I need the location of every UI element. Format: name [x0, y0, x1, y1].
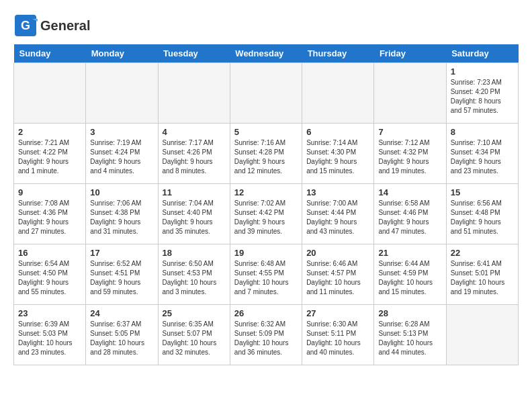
calendar-cell-21: 21Sunrise: 6:44 AM Sunset: 4:59 PM Dayli… [374, 244, 446, 305]
day-of-week-friday: Friday [374, 44, 446, 63]
calendar-cell-3: 3Sunrise: 7:19 AM Sunset: 4:24 PM Daylig… [86, 124, 158, 184]
calendar-cell-empty [302, 63, 374, 124]
day-number: 23 [18, 308, 81, 318]
day-number: 15 [451, 187, 514, 197]
calendar-cell-11: 11Sunrise: 7:04 AM Sunset: 4:40 PM Dayli… [158, 184, 230, 244]
day-info: Sunrise: 6:44 AM Sunset: 4:59 PM Dayligh… [378, 259, 441, 297]
day-info: Sunrise: 6:28 AM Sunset: 5:13 PM Dayligh… [378, 320, 441, 357]
day-info: Sunrise: 7:16 AM Sunset: 4:28 PM Dayligh… [234, 138, 298, 176]
calendar-cell-15: 15Sunrise: 6:56 AM Sunset: 4:48 PM Dayli… [446, 184, 518, 244]
day-info: Sunrise: 6:46 AM Sunset: 4:57 PM Dayligh… [306, 259, 369, 297]
calendar-cell-28: 28Sunrise: 6:28 AM Sunset: 5:13 PM Dayli… [374, 305, 446, 365]
calendar-cell-empty [446, 305, 518, 365]
day-info: Sunrise: 7:21 AM Sunset: 4:22 PM Dayligh… [18, 138, 81, 176]
calendar-cell-22: 22Sunrise: 6:41 AM Sunset: 5:01 PM Dayli… [446, 244, 518, 305]
day-of-week-wednesday: Wednesday [230, 44, 302, 63]
day-number: 13 [306, 187, 369, 197]
calendar-cell-empty [374, 63, 446, 124]
calendar-cell-1: 1Sunrise: 7:23 AM Sunset: 4:20 PM Daylig… [446, 63, 518, 124]
day-number: 3 [90, 127, 153, 137]
calendar-cell-empty [158, 63, 230, 124]
calendar-cell-24: 24Sunrise: 6:37 AM Sunset: 5:05 PM Dayli… [86, 305, 158, 365]
calendar-table: SundayMondayTuesdayWednesdayThursdayFrid… [13, 44, 519, 365]
calendar-week-4: 16Sunrise: 6:54 AM Sunset: 4:50 PM Dayli… [14, 244, 519, 305]
day-info: Sunrise: 7:19 AM Sunset: 4:24 PM Dayligh… [90, 138, 153, 176]
calendar-cell-20: 20Sunrise: 6:46 AM Sunset: 4:57 PM Dayli… [302, 244, 374, 305]
day-info: Sunrise: 7:12 AM Sunset: 4:32 PM Dayligh… [378, 138, 441, 176]
calendar-cell-empty [230, 63, 302, 124]
day-of-week-monday: Monday [86, 44, 158, 63]
day-info: Sunrise: 6:41 AM Sunset: 5:01 PM Dayligh… [451, 259, 514, 297]
day-info: Sunrise: 7:23 AM Sunset: 4:20 PM Dayligh… [451, 78, 514, 116]
day-of-week-saturday: Saturday [446, 44, 518, 63]
calendar-cell-8: 8Sunrise: 7:10 AM Sunset: 4:34 PM Daylig… [446, 124, 518, 184]
calendar-cell-empty [86, 63, 158, 124]
calendar-cell-5: 5Sunrise: 7:16 AM Sunset: 4:28 PM Daylig… [230, 124, 302, 184]
calendar-cell-2: 2Sunrise: 7:21 AM Sunset: 4:22 PM Daylig… [14, 124, 86, 184]
calendar-cell-25: 25Sunrise: 6:35 AM Sunset: 5:07 PM Dayli… [158, 305, 230, 365]
day-number: 5 [234, 127, 298, 137]
day-number: 21 [378, 248, 441, 258]
calendar-cell-18: 18Sunrise: 6:50 AM Sunset: 4:53 PM Dayli… [158, 244, 230, 305]
day-number: 4 [163, 127, 226, 137]
calendar-cell-4: 4Sunrise: 7:17 AM Sunset: 4:26 PM Daylig… [158, 124, 230, 184]
calendar-cell-17: 17Sunrise: 6:52 AM Sunset: 4:51 PM Dayli… [86, 244, 158, 305]
day-info: Sunrise: 6:56 AM Sunset: 4:48 PM Dayligh… [451, 199, 514, 236]
page-header: G General [13, 13, 519, 38]
day-number: 1 [451, 66, 514, 77]
day-number: 2 [18, 127, 81, 137]
day-info: Sunrise: 6:48 AM Sunset: 4:55 PM Dayligh… [234, 259, 298, 297]
calendar-week-2: 2Sunrise: 7:21 AM Sunset: 4:22 PM Daylig… [14, 124, 519, 184]
day-info: Sunrise: 6:30 AM Sunset: 5:11 PM Dayligh… [306, 320, 369, 357]
calendar-week-3: 9Sunrise: 7:08 AM Sunset: 4:36 PM Daylig… [14, 184, 519, 244]
calendar-cell-empty [14, 63, 86, 124]
calendar-cell-26: 26Sunrise: 6:32 AM Sunset: 5:09 PM Dayli… [230, 305, 302, 365]
day-of-week-thursday: Thursday [302, 44, 374, 63]
day-number: 11 [163, 187, 226, 197]
day-number: 20 [306, 248, 369, 258]
day-number: 6 [306, 127, 369, 137]
day-info: Sunrise: 6:52 AM Sunset: 4:51 PM Dayligh… [90, 259, 153, 297]
day-number: 16 [18, 248, 81, 258]
day-info: Sunrise: 7:04 AM Sunset: 4:40 PM Dayligh… [163, 199, 226, 236]
day-info: Sunrise: 7:02 AM Sunset: 4:42 PM Dayligh… [234, 199, 298, 236]
calendar-cell-16: 16Sunrise: 6:54 AM Sunset: 4:50 PM Dayli… [14, 244, 86, 305]
calendar-cell-6: 6Sunrise: 7:14 AM Sunset: 4:30 PM Daylig… [302, 124, 374, 184]
day-number: 18 [163, 248, 226, 258]
calendar-cell-23: 23Sunrise: 6:39 AM Sunset: 5:03 PM Dayli… [14, 305, 86, 365]
calendar-cell-27: 27Sunrise: 6:30 AM Sunset: 5:11 PM Dayli… [302, 305, 374, 365]
logo-icon: G [13, 13, 38, 38]
day-info: Sunrise: 7:00 AM Sunset: 4:44 PM Dayligh… [306, 199, 369, 236]
day-of-week-sunday: Sunday [14, 44, 86, 63]
svg-text:G: G [21, 19, 30, 32]
day-number: 19 [234, 248, 298, 258]
day-number: 8 [451, 127, 514, 137]
day-number: 9 [18, 187, 81, 197]
day-info: Sunrise: 7:08 AM Sunset: 4:36 PM Dayligh… [18, 199, 81, 236]
calendar-week-5: 23Sunrise: 6:39 AM Sunset: 5:03 PM Dayli… [14, 305, 519, 365]
calendar-cell-9: 9Sunrise: 7:08 AM Sunset: 4:36 PM Daylig… [14, 184, 86, 244]
day-info: Sunrise: 6:37 AM Sunset: 5:05 PM Dayligh… [90, 320, 153, 357]
day-info: Sunrise: 6:54 AM Sunset: 4:50 PM Dayligh… [18, 259, 81, 297]
day-number: 22 [451, 248, 514, 258]
day-of-week-tuesday: Tuesday [158, 44, 230, 63]
day-number: 28 [378, 308, 441, 318]
day-info: Sunrise: 6:32 AM Sunset: 5:09 PM Dayligh… [234, 320, 298, 357]
calendar-cell-12: 12Sunrise: 7:02 AM Sunset: 4:42 PM Dayli… [230, 184, 302, 244]
day-number: 10 [90, 187, 153, 197]
day-info: Sunrise: 7:10 AM Sunset: 4:34 PM Dayligh… [451, 138, 514, 176]
day-info: Sunrise: 7:17 AM Sunset: 4:26 PM Dayligh… [163, 138, 226, 176]
calendar-cell-7: 7Sunrise: 7:12 AM Sunset: 4:32 PM Daylig… [374, 124, 446, 184]
day-info: Sunrise: 6:35 AM Sunset: 5:07 PM Dayligh… [163, 320, 226, 357]
day-info: Sunrise: 6:39 AM Sunset: 5:03 PM Dayligh… [18, 320, 81, 357]
calendar-cell-10: 10Sunrise: 7:06 AM Sunset: 4:38 PM Dayli… [86, 184, 158, 244]
calendar-header-row: SundayMondayTuesdayWednesdayThursdayFrid… [14, 44, 519, 63]
day-number: 7 [378, 127, 441, 137]
calendar-week-1: 1Sunrise: 7:23 AM Sunset: 4:20 PM Daylig… [14, 63, 519, 124]
day-info: Sunrise: 6:58 AM Sunset: 4:46 PM Dayligh… [378, 199, 441, 236]
day-number: 12 [234, 187, 298, 197]
day-info: Sunrise: 7:14 AM Sunset: 4:30 PM Dayligh… [306, 138, 369, 176]
day-number: 14 [378, 187, 441, 197]
day-info: Sunrise: 7:06 AM Sunset: 4:38 PM Dayligh… [90, 199, 153, 236]
day-number: 24 [90, 308, 153, 318]
